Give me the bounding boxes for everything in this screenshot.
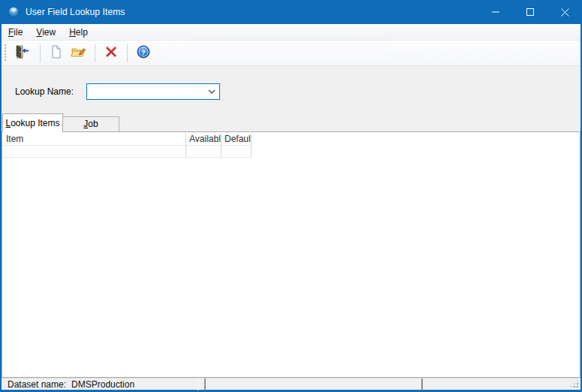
- lookup-items-panel: Item Available Default: [2, 131, 580, 378]
- open-folder-edit-icon: [71, 44, 87, 62]
- grid-empty-row: [2, 146, 252, 158]
- lookup-name-combobox[interactable]: [86, 83, 220, 100]
- open-button[interactable]: [68, 44, 89, 63]
- toolbar-separator: [127, 44, 128, 62]
- tab-lookup-items[interactable]: Lookup Items: [2, 113, 63, 132]
- statusbar-separator: [421, 378, 423, 390]
- grid-header-row: Item Available Default: [2, 133, 252, 146]
- delete-x-icon: [104, 44, 119, 62]
- menu-view[interactable]: View: [29, 25, 62, 40]
- statusbar: Dataset name:DMSProduction: [2, 378, 580, 390]
- chevron-down-icon: [204, 89, 219, 94]
- menu-help[interactable]: Help: [62, 25, 95, 40]
- exit-door-icon: [14, 44, 30, 62]
- resize-grip[interactable]: [570, 379, 579, 388]
- new-document-icon: [49, 44, 64, 62]
- toolbar-separator: [40, 44, 41, 62]
- tab-job-conditions[interactable]: Job Conditions: [63, 116, 119, 131]
- dataset-status: Dataset name:DMSProduction: [8, 379, 134, 390]
- exit-button[interactable]: [11, 44, 32, 63]
- maximize-button[interactable]: [513, 0, 547, 24]
- column-header-item[interactable]: Item: [2, 133, 186, 146]
- app-window: User Field Lookup Items File View Help: [0, 0, 582, 392]
- close-button[interactable]: [547, 0, 582, 24]
- column-header-available[interactable]: Available: [186, 133, 222, 146]
- statusbar-separator: [204, 378, 206, 390]
- toolbar: ?: [2, 41, 580, 66]
- toolbar-grip-handle[interactable]: [5, 44, 6, 62]
- dataset-name-label: Dataset name:: [8, 379, 66, 390]
- delete-button[interactable]: [101, 44, 122, 63]
- toolbar-separator: [95, 44, 95, 62]
- window-title: User Field Lookup Items: [26, 7, 125, 17]
- client-area: Lookup Name: Lookup Items Job Conditions…: [2, 66, 580, 378]
- column-header-default[interactable]: Default: [222, 133, 252, 146]
- dataset-name-value: DMSProduction: [71, 379, 134, 390]
- help-button[interactable]: ?: [133, 44, 154, 63]
- statusbar-separator: [198, 379, 198, 390]
- menu-file[interactable]: File: [2, 25, 29, 40]
- help-question-icon: ?: [136, 44, 151, 62]
- titlebar: User Field Lookup Items: [0, 0, 582, 24]
- lookup-name-label: Lookup Name:: [15, 86, 74, 97]
- app-orb-icon: [8, 6, 20, 18]
- menubar: File View Help: [2, 24, 580, 41]
- window-controls: [478, 0, 582, 24]
- new-button[interactable]: [46, 44, 67, 63]
- minimize-button[interactable]: [478, 0, 513, 24]
- lookup-items-grid: Item Available Default: [2, 133, 252, 158]
- svg-text:?: ?: [141, 48, 146, 56]
